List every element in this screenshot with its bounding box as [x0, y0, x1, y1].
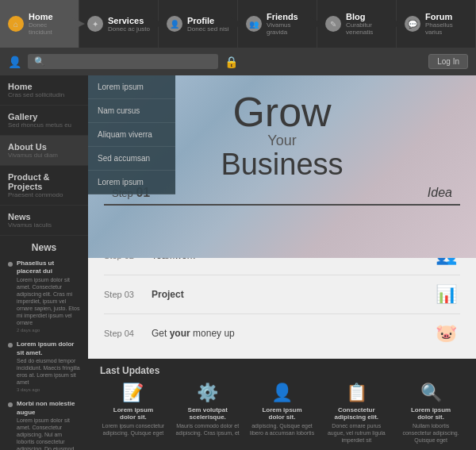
main-layout: Home Cras sed sollicitudin Gallery Sed r… — [0, 75, 476, 450]
content-with-dropdown: Lorem ipsum Nam cursus Aliquam viverra S… — [88, 75, 476, 450]
nav-item-friends[interactable]: 👥 Friends Vivamus gravida — [238, 0, 317, 48]
step4-label: Step 04 — [104, 329, 148, 338]
dropdown-item-3[interactable]: Aliquam viverra — [88, 123, 175, 147]
sidebar-news-title: News — [8, 242, 80, 253]
nav-friends-sub: Vivamus gravida — [267, 21, 309, 36]
update-icon-3: 📋 — [323, 383, 390, 403]
lock-icon: 🔒 — [225, 56, 238, 68]
news-item-1: Phasellus ut placerat dui Lorem ipsum do… — [8, 260, 80, 334]
update-icon-0: 📝 — [100, 383, 167, 403]
update-item-3: 📋 Consectetur adipiscing elit. Donec orn… — [323, 383, 390, 444]
nav-item-profile[interactable]: 👤 Profile Donec sed nisi — [159, 0, 238, 48]
services-icon: ✦ — [87, 16, 103, 32]
dropdown-menu: Lorem ipsum Nam cursus Aliquam viverra S… — [88, 75, 175, 194]
step-row-3: Step 03 Project 📊 — [104, 275, 460, 314]
nav-item-home[interactable]: ⌂ Home Donec tincidunt — [0, 0, 79, 48]
nav-item-forum[interactable]: 💬 Forum Phasellus varius — [397, 0, 476, 48]
step3-label: Step 03 — [104, 290, 148, 299]
sidebar-item-news[interactable]: News Vivamus iaculis — [0, 206, 88, 236]
news-dot-1 — [8, 262, 13, 267]
update-text-2: adipiscing. Quisque eget libero a accums… — [249, 422, 316, 437]
nav-friends-title: Friends — [267, 12, 309, 21]
update-title-1: Sem volutpat scelerisque. — [175, 406, 241, 421]
nav-item-services[interactable]: ✦ Services Donec ac justo — [79, 0, 159, 48]
step4-desc: Get your money up — [148, 328, 432, 339]
friends-icon: 👥 — [246, 16, 262, 32]
updates-grid: 📝 Lorem ipsum dolor sit. Lorem ipsum con… — [100, 383, 464, 444]
news-body-2: Sed do eiusmod tempor incididunt. Maecis… — [17, 358, 80, 385]
nav-home-sub: Donec tincidunt — [29, 21, 71, 36]
update-icon-4: 🔍 — [397, 383, 464, 403]
dropdown-item-5[interactable]: Lorem ipsum — [88, 171, 175, 194]
nav-profile-sub: Donec sed nisi — [187, 25, 228, 33]
nav-forum-sub: Phasellus varius — [425, 21, 467, 36]
news-time-2: 3 days ago — [17, 387, 80, 394]
sidebar-item-gallery[interactable]: Gallery Sed rhoncus metus eu — [0, 106, 88, 136]
nav-services-sub: Donec ac justo — [108, 25, 150, 33]
news-dot-2 — [8, 343, 13, 348]
update-text-4: Nullam lobortis consectetur adipiscing. … — [397, 422, 464, 444]
step1-idea-text: Idea — [428, 186, 452, 200]
nav-profile-title: Profile — [187, 16, 228, 25]
update-title-3: Consectetur adipiscing elit. — [323, 406, 390, 421]
search-icon: 🔍 — [34, 56, 45, 67]
sidebar-item-about[interactable]: About Us Vivamus dui diam — [0, 136, 88, 166]
top-navigation: ⌂ Home Donec tincidunt ✦ Services Donec … — [0, 0, 476, 48]
profile-icon: 👤 — [167, 16, 182, 32]
news-title-1: Phasellus ut placerat dui — [17, 260, 80, 276]
news-item-2: Lorem ipsum dolor sit amet. Sed do eiusm… — [8, 340, 80, 394]
updates-title: Last Updates — [100, 365, 464, 376]
news-title-2: Lorem ipsum dolor sit amet. — [17, 340, 80, 357]
home-icon: ⌂ — [8, 16, 24, 32]
update-item-0: 📝 Lorem ipsum dolor sit. Lorem ipsum con… — [100, 383, 167, 444]
update-title-2: Lorem ipsum dolor sit. — [249, 406, 316, 421]
update-text-3: Donec ornare purus augue, vel rutrum lig… — [323, 422, 390, 444]
sidebar: Home Cras sed sollicitudin Gallery Sed r… — [0, 75, 88, 450]
update-text-1: Mauris commodo dolor et adipiscing. Cras… — [175, 422, 241, 437]
nav-home-title: Home — [29, 12, 71, 21]
step-row-4: Step 04 Get your money up 🐷 — [104, 314, 460, 352]
update-text-0: Lorem ipsum consectetur adipiscing. Quis… — [100, 422, 167, 437]
nav-blog-sub: Curabitur venenatis — [346, 21, 388, 36]
user-icon: 👤 — [8, 56, 21, 68]
update-item-1: ⚙️ Sem volutpat scelerisque. Mauris comm… — [175, 383, 241, 444]
updates-section: Last Updates 📝 Lorem ipsum dolor sit. Lo… — [88, 359, 476, 450]
sidebar-item-products[interactable]: Product & Projects Praesent commodo — [0, 166, 88, 206]
update-item-2: 👤 Lorem ipsum dolor sit. adipiscing. Qui… — [249, 383, 316, 444]
update-title-0: Lorem ipsum dolor sit. — [100, 406, 167, 421]
step4-icon: 🐷 — [432, 319, 460, 348]
news-body-3: Lorem ipsum dolor sit amet. Consectetur … — [17, 417, 74, 450]
step3-desc: Project — [148, 289, 432, 300]
update-icon-2: 👤 — [249, 383, 316, 403]
nav-forum-title: Forum — [425, 12, 467, 21]
forum-icon: 💬 — [405, 16, 420, 32]
news-title-3: Morbi non molestie augue — [17, 400, 80, 417]
news-item-3: Morbi non molestie augue Lorem ipsum dol… — [8, 400, 80, 450]
blog-icon: ✎ — [325, 16, 341, 32]
update-icon-1: ⚙️ — [175, 383, 241, 403]
search-bar-area: 👤 🔍 🔒 Log In — [0, 48, 476, 75]
nav-item-blog[interactable]: ✎ Blog Curabitur venenatis — [317, 0, 397, 48]
news-dot-3 — [8, 402, 13, 407]
login-button[interactable]: Log In — [428, 54, 468, 69]
nav-blog-title: Blog — [346, 12, 388, 21]
news-time-1: 2 days ago — [17, 328, 80, 334]
nav-services-title: Services — [108, 16, 150, 25]
search-input[interactable] — [49, 57, 212, 66]
step3-icon: 📊 — [432, 280, 460, 309]
dropdown-item-2[interactable]: Nam cursus — [88, 99, 175, 123]
update-item-4: 🔍 Lorem ipsum dolor sit. Nullam lobortis… — [397, 383, 464, 444]
sidebar-news-section: News Phasellus ut placerat dui Lorem ips… — [0, 236, 88, 450]
dropdown-item-4[interactable]: Sed accumsan — [88, 147, 175, 171]
sidebar-menu: Home Cras sed sollicitudin Gallery Sed r… — [0, 75, 88, 236]
search-input-wrap[interactable]: 🔍 — [28, 54, 218, 69]
update-title-4: Lorem ipsum dolor sit. — [397, 406, 464, 421]
dropdown-item-1[interactable]: Lorem ipsum — [88, 75, 175, 99]
news-body-1: Lorem ipsum dolor sit amet. Consectetur … — [17, 277, 79, 326]
sidebar-item-home[interactable]: Home Cras sed sollicitudin — [0, 75, 88, 106]
